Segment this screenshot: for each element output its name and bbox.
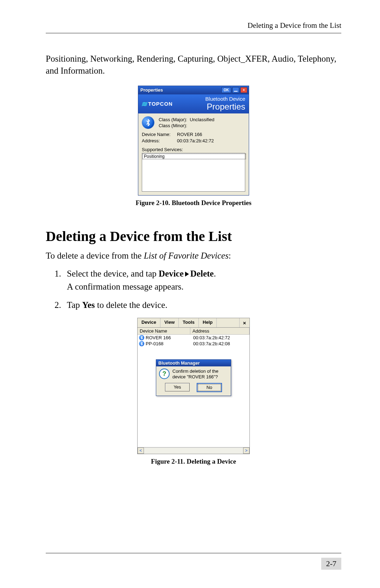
dialog-title: Bluetooth Manager (156, 360, 231, 366)
bluetooth-icon (139, 341, 144, 346)
list-header: Device Name Address (138, 328, 249, 335)
supported-services-label: Supported Services: (142, 147, 245, 152)
step-text: Tap (67, 300, 82, 310)
list-item[interactable]: Positioning (142, 154, 246, 159)
running-header: Deleting a Device from the List (46, 21, 341, 33)
close-button[interactable]: × (240, 87, 247, 93)
lead-post: : (229, 251, 231, 260)
bluetooth-manager-window: Device View Tools Help × Device Name Add… (137, 318, 250, 454)
page-number: 2-7 (321, 558, 341, 570)
footer-rule (46, 553, 341, 553)
column-device-name[interactable]: Device Name (138, 328, 190, 334)
menu-tools[interactable]: Tools (179, 318, 199, 327)
figure-caption: Figure 2-10. Bluetooth Device Properties (46, 199, 341, 207)
scroll-track[interactable] (144, 447, 243, 454)
svg-rect-0 (234, 91, 238, 92)
scroll-right-button[interactable]: > (243, 447, 249, 454)
scroll-left-button[interactable]: < (138, 447, 144, 454)
figure-2-10: Properties OK × ≋ TOPCON Bluetooth Devic… (46, 86, 341, 207)
banner-line2: Properties (205, 102, 245, 112)
row-address: 00:03:7a:2b:42:72 (192, 335, 249, 340)
figure-caption: Figure 2-11. Deleting a Device (46, 458, 341, 465)
step-2: Tap Yes to delete the device. (63, 298, 341, 312)
topcon-mark-icon: ≋ (141, 101, 146, 106)
step-text: Select the device, and tap (67, 269, 159, 278)
titlebar: Properties OK × (138, 86, 249, 94)
step-bold: Device (159, 269, 184, 278)
device-name-value: ROVER 166 (177, 132, 202, 137)
table-row[interactable]: PP-0168 00:03:7a:2b:42:08 (138, 341, 249, 347)
topcon-logo: ≋ TOPCON (141, 101, 173, 107)
dialog-message: Confirm deletion of the device "ROVER 16… (172, 369, 228, 380)
step-text: . (214, 269, 216, 278)
section-heading: Deleting a Device from the List (46, 228, 341, 245)
step-1: Select the device, and tap DeviceDelete.… (63, 267, 341, 293)
lead-paragraph: To delete a device from the List of Favo… (46, 251, 341, 261)
menu-view[interactable]: View (160, 318, 179, 327)
dialog-banner: ≋ TOPCON Bluetooth Device Properties (138, 94, 249, 113)
topcon-word: TOPCON (148, 101, 173, 107)
banner-line1: Bluetooth Device (205, 96, 245, 102)
properties-window: Properties OK × ≋ TOPCON Bluetooth Devic… (138, 86, 249, 196)
class-major-value: Unclassified (190, 117, 214, 122)
bluetooth-icon (142, 116, 154, 129)
no-button[interactable]: No (197, 383, 222, 392)
figure-2-11: Device View Tools Help × Device Name Add… (46, 318, 341, 465)
menu-help[interactable]: Help (199, 318, 217, 327)
step-bold: Yes (82, 300, 95, 310)
device-name-label: Device Name: (142, 132, 177, 137)
menu-device[interactable]: Device (138, 318, 160, 327)
minimize-icon (234, 88, 238, 92)
dialog-body: Class (Major): Unclassified Class (Minor… (138, 113, 249, 195)
row-address: 00:03:7a:2b:42:08 (192, 341, 249, 346)
window-title: Properties (140, 87, 220, 93)
address-value: 00:03:7a:2b:42:72 (177, 138, 214, 143)
row-name: ROVER 166 (146, 335, 171, 340)
ok-button[interactable]: OK (221, 87, 231, 93)
close-button[interactable]: × (240, 318, 249, 327)
question-icon: ? (159, 369, 170, 379)
column-address[interactable]: Address (190, 328, 249, 334)
device-listview[interactable]: Device Name Address ROVER 166 00:03:7a:2… (138, 328, 249, 454)
intro-paragraph: Positioning, Networking, Rendering, Capt… (46, 53, 341, 77)
table-row[interactable]: ROVER 166 00:03:7a:2b:42:72 (138, 335, 249, 341)
horizontal-scrollbar[interactable]: < > (138, 447, 249, 454)
class-major-label: Class (Major): (159, 117, 187, 122)
lead-emphasis: List of Favorite Devices (144, 251, 229, 260)
steps-list: Select the device, and tap DeviceDelete.… (46, 267, 341, 312)
class-minor-label: Class (Minor): (159, 123, 187, 128)
confirm-dialog: Bluetooth Manager ? Confirm deletion of … (156, 359, 231, 396)
yes-button[interactable]: Yes (165, 383, 190, 391)
supported-services-list[interactable]: Positioning (142, 153, 245, 192)
address-label: Address: (142, 138, 177, 143)
menu-spacer (217, 318, 240, 327)
triangle-icon (185, 272, 189, 277)
step-bold: Delete (190, 269, 214, 278)
row-name: PP-0168 (146, 341, 164, 346)
minimize-button[interactable] (232, 87, 239, 93)
bluetooth-icon (139, 335, 144, 340)
lead-pre: To delete a device from the (46, 251, 144, 260)
menubar: Device View Tools Help × (138, 318, 249, 328)
step-text: A confirmation message appears. (67, 282, 184, 291)
step-text: to delete the device. (95, 300, 167, 310)
